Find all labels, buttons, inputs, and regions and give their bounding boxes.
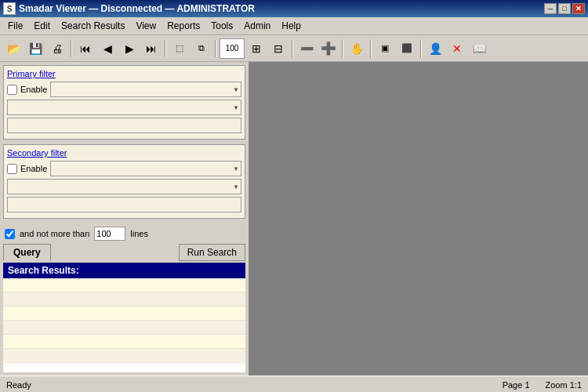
print-button[interactable]: 🖨 (47, 38, 67, 59)
status-text: Ready (6, 380, 31, 390)
status-right: Page 1 Zoom 1:1 (503, 380, 582, 390)
left-panel: Primary filter Enable (0, 62, 249, 376)
page-indicator: Page 1 (503, 380, 530, 390)
toolbar: 📂 💾 🖨 ⏮ ◀ ▶ ⏭ ⬚ ⧉ 100 ⊞ ⊟ ➖ ➕ ✋ ▣ ⬛ 👤 ✕ … (0, 35, 588, 62)
primary-filter-dd2-wrapper (7, 100, 241, 115)
copy2-button[interactable]: ⧉ (191, 38, 212, 59)
save-button[interactable]: 💾 (25, 38, 45, 59)
search-results-header: Search Results: (3, 263, 245, 278)
close-button[interactable]: ✕ (572, 3, 585, 14)
query-run-row: Query Run Search (3, 244, 245, 261)
secondary-filter-enable-row: Enable (7, 161, 241, 176)
toolbar-sep-3 (215, 40, 216, 57)
secondary-filter-input[interactable] (7, 197, 241, 212)
query-tab[interactable]: Query (3, 244, 51, 261)
secondary-filter-label: Secondary filter (7, 148, 241, 158)
list-item[interactable] (3, 278, 245, 292)
zoom-out-button[interactable]: ➖ (296, 38, 317, 59)
toolbar-sep-1 (71, 40, 72, 57)
title-bar: S Smadar Viewer — Disconnected — ADMINIS… (0, 0, 588, 17)
primary-filter-dd1-wrapper (50, 82, 241, 97)
zoom-indicator: Zoom 1:1 (546, 380, 582, 390)
skip-start-button[interactable]: ⏮ (75, 38, 96, 59)
help-button[interactable]: 📖 (469, 38, 489, 59)
primary-filter-dropdown1[interactable] (50, 82, 241, 97)
list-item[interactable] (3, 307, 245, 321)
list-item[interactable] (3, 292, 245, 307)
secondary-filter-enable-label: Enable (20, 164, 47, 173)
toolbar-sep-6 (370, 40, 372, 57)
primary-filter-group: Primary filter Enable (3, 65, 245, 140)
toolbar-sep-2 (165, 40, 166, 57)
limit-row: and not more than lines (3, 223, 245, 244)
toolbar-sep-4 (292, 40, 293, 57)
secondary-filter-dd1-wrapper (50, 161, 241, 176)
secondary-filter-dd2-row (7, 179, 241, 194)
right-panel (249, 62, 588, 376)
run-search-button[interactable]: Run Search (179, 244, 245, 261)
menu-file[interactable]: File (3, 19, 27, 33)
menu-reports[interactable]: Reports (162, 19, 205, 33)
title-text: Smadar Viewer — Disconnected — ADMINISTR… (19, 3, 255, 14)
next-button[interactable]: ▶ (119, 38, 140, 59)
secondary-filter-checkbox[interactable] (7, 164, 17, 174)
toolbar-sep-7 (420, 40, 422, 57)
zoom-fit-button[interactable]: ⊞ (246, 38, 267, 59)
primary-filter-label: Primary filter (7, 69, 241, 78)
open-button[interactable]: 📂 (3, 38, 24, 59)
maximize-button[interactable]: □ (558, 3, 571, 14)
user-button[interactable]: 👤 (425, 38, 445, 59)
zoom-100-label: 100 (220, 38, 245, 59)
menu-tools[interactable]: Tools (206, 19, 238, 33)
limit-input[interactable] (94, 227, 125, 241)
copy1-button[interactable]: ⬚ (169, 38, 190, 59)
primary-filter-dropdown2[interactable] (7, 100, 241, 115)
title-bar-left: S Smadar Viewer — Disconnected — ADMINIS… (3, 2, 255, 15)
list-item[interactable] (3, 349, 245, 363)
primary-filter-input-row (7, 118, 241, 133)
limit-label-before: and not more than (20, 229, 89, 238)
disconnect-button[interactable]: ✕ (447, 38, 467, 59)
status-bar: Ready Page 1 Zoom 1:1 (0, 376, 588, 392)
select-button[interactable]: ▣ (375, 38, 395, 59)
minimize-button[interactable]: ─ (544, 3, 557, 14)
title-controls: ─ □ ✕ (544, 3, 585, 14)
primary-filter-input[interactable] (7, 118, 241, 133)
menu-search-results[interactable]: Search Results (56, 19, 129, 33)
menu-edit[interactable]: Edit (29, 19, 55, 33)
secondary-filter-group: Secondary filter Enable (3, 144, 245, 219)
skip-end-button[interactable]: ⏭ (141, 38, 162, 59)
prev-button[interactable]: ◀ (97, 38, 118, 59)
primary-filter-checkbox[interactable] (7, 85, 17, 95)
primary-filter-enable-row: Enable (7, 82, 241, 97)
pan-button[interactable]: ✋ (347, 38, 367, 59)
main-layout: Primary filter Enable (0, 62, 588, 376)
zoom-page-button[interactable]: ⊟ (268, 38, 289, 59)
search-results-list[interactable] (3, 278, 245, 372)
action-button[interactable]: ⬛ (397, 38, 417, 59)
list-item[interactable] (3, 321, 245, 335)
menu-help[interactable]: Help (277, 19, 306, 33)
menu-admin[interactable]: Admin (239, 19, 275, 33)
limit-checkbox[interactable] (5, 229, 15, 239)
primary-filter-enable-label: Enable (20, 85, 47, 94)
secondary-filter-dropdown2[interactable] (7, 179, 241, 194)
primary-filter-dd2-row (7, 100, 241, 115)
secondary-filter-dropdown1[interactable] (50, 161, 241, 176)
secondary-filter-dd2-wrapper (7, 179, 241, 194)
secondary-filter-input-row (7, 197, 241, 212)
zoom-in-button[interactable]: ➕ (318, 38, 339, 59)
list-item[interactable] (3, 335, 245, 349)
app-icon: S (3, 2, 16, 15)
limit-label-after: lines (130, 229, 148, 238)
menu-view[interactable]: View (131, 19, 161, 33)
menu-bar: File Edit Search Results View Reports To… (0, 17, 588, 35)
toolbar-sep-5 (342, 40, 343, 57)
